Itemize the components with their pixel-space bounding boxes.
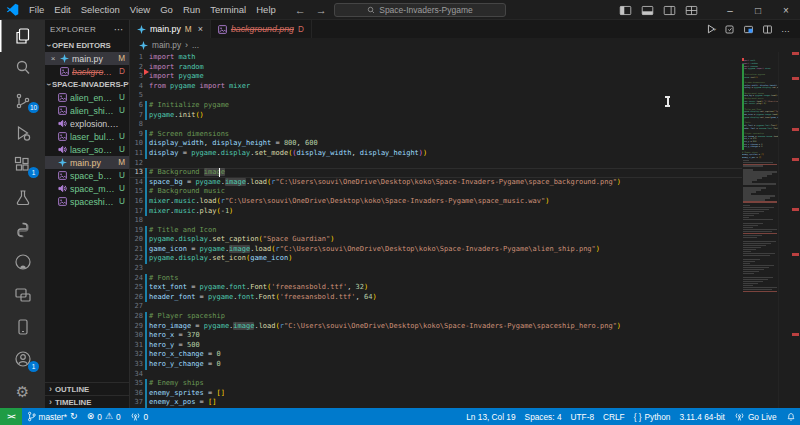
code-line-30[interactable]: 30hero_x = 370 (130, 331, 742, 341)
outline-section[interactable]: › OUTLINE (45, 382, 129, 395)
command-center-search[interactable]: Space-Invaders-Pygame (334, 3, 506, 17)
code-line-8[interactable]: 8 (130, 120, 742, 130)
git-branch-item[interactable]: master* ↻ (22, 408, 82, 425)
menu-terminal[interactable]: Terminal (205, 4, 251, 15)
code-line-26[interactable]: 26header_font = pygame.font.Font('freesa… (130, 293, 742, 303)
timeline-section[interactable]: › TIMELINE (45, 395, 129, 408)
code-line-29[interactable]: 29hero_image = pygame.image.load(r"C:\Us… (130, 322, 742, 332)
menu-file[interactable]: File (24, 4, 49, 15)
indentation-setting[interactable]: Spaces: 4 (520, 408, 566, 425)
code-line-3[interactable]: 3import pygame (130, 72, 742, 82)
breadcrumb-tail[interactable]: ... (192, 40, 199, 50)
menu-edit[interactable]: Edit (49, 4, 75, 15)
code-line-9[interactable]: 9# Screen dimensions (130, 130, 742, 140)
activity-python[interactable] (0, 214, 45, 246)
problems-item[interactable]: ⊗ 0 ⚠ 0 (82, 408, 125, 425)
encoding-setting[interactable]: UTF-8 (566, 408, 599, 425)
file-item-laser-bullet-png[interactable]: laser_bullet.pngU (45, 130, 129, 143)
code-editor[interactable]: 1import math2import random3import pygame… (130, 52, 800, 408)
code-line-11[interactable]: 11display = pygame.display.set_mode((dis… (130, 149, 742, 159)
code-lines[interactable]: 1import math2import random3import pygame… (130, 52, 742, 408)
code-line-32[interactable]: 32hero_x_change = 0 (130, 350, 742, 360)
cursor-position[interactable]: Ln 13, Col 19 (462, 408, 520, 425)
code-line-7[interactable]: 7pygame.init() (130, 111, 742, 121)
code-line-36[interactable]: 36enemy_sprites = [] (130, 389, 742, 399)
activity-live-preview[interactable] (0, 279, 45, 311)
open-editors-header[interactable]: › OPEN EDITORS (45, 39, 129, 52)
activity-explorer[interactable] (0, 20, 45, 52)
activity-run-debug[interactable] (0, 117, 45, 149)
menu-go[interactable]: Go (155, 4, 178, 15)
eol-setting[interactable]: CRLF (599, 408, 630, 425)
go-live-button[interactable]: Go Live (729, 408, 781, 425)
code-line-34[interactable]: 34 (130, 370, 742, 380)
code-line-6[interactable]: 6# Initialize pygame (130, 101, 742, 111)
file-item-main-py[interactable]: ×main.pyM (45, 52, 129, 65)
more-actions-icon[interactable]: … (781, 24, 790, 34)
interactive-window-icon[interactable] (743, 24, 754, 35)
split-editor-icon[interactable] (762, 24, 773, 35)
navigate-back-icon[interactable]: ← (295, 4, 306, 16)
file-item-background-png[interactable]: background.pngD (45, 65, 129, 78)
navigate-forward-icon[interactable]: → (316, 4, 327, 16)
file-item-space-background-png[interactable]: space_background.pngU (45, 169, 129, 182)
python-interpreter[interactable]: 3.11.4 64-bit (675, 408, 730, 425)
activity-source-control[interactable]: 10 (0, 85, 45, 117)
maximize-button[interactable]: □ (744, 0, 772, 20)
settings-button[interactable]: ⚙ (0, 376, 45, 408)
tab-background-png[interactable]: background.png D (211, 20, 312, 38)
code-line-33[interactable]: 33hero_y_change = 0 (130, 360, 742, 370)
code-line-16[interactable]: 16mixer.music.load(r"C:\Users\souvi\OneD… (130, 197, 742, 207)
close-icon[interactable]: × (49, 54, 57, 63)
activity-remote-device[interactable] (0, 311, 45, 343)
menu-help[interactable]: Help (251, 4, 281, 15)
code-line-28[interactable]: 28# Player spaceship (130, 312, 742, 322)
notifications-bell[interactable] (781, 408, 800, 425)
run-python-file-button[interactable]: › (705, 23, 716, 35)
toggle-secondary-sidebar-icon[interactable] (663, 4, 676, 17)
code-line-13[interactable]: 13# Background image (130, 168, 742, 178)
activity-testing[interactable] (0, 182, 45, 214)
code-line-37[interactable]: 37enemy_x_pos = [] (130, 398, 742, 408)
code-line-24[interactable]: 24# Fonts (130, 274, 742, 284)
file-item-laser-sound-wav[interactable]: laser_sound.wavU (45, 143, 129, 156)
code-line-4[interactable]: 4from pygame import mixer (130, 82, 742, 92)
code-line-15[interactable]: 15# Background music (130, 187, 742, 197)
code-line-31[interactable]: 31hero_y = 500 (130, 341, 742, 351)
file-item-space-music-wav[interactable]: space_music.wavU (45, 182, 129, 195)
remote-indicator[interactable]: >< (0, 408, 22, 425)
file-item-alien-enemy-png[interactable]: alien_enemy.pngU (45, 91, 129, 104)
code-line-21[interactable]: 21game_icon = pygame.image.load(r"C:\Use… (130, 245, 742, 255)
close-button[interactable]: × (772, 0, 800, 20)
code-line-12[interactable]: 12 (130, 159, 742, 169)
overview-ruler[interactable] (778, 52, 800, 408)
rerun-icon[interactable] (724, 24, 735, 35)
toggle-sidebar-icon[interactable] (619, 4, 632, 17)
file-item-explosion-wav[interactable]: explosion.wav (45, 117, 129, 130)
code-line-20[interactable]: 20pygame.display.set_caption("Space Guar… (130, 235, 742, 245)
code-line-1[interactable]: 1import math (130, 53, 742, 63)
customize-layout-icon[interactable] (685, 4, 698, 17)
language-mode[interactable]: { } Python (629, 408, 675, 425)
file-item-spaceship-hero-png[interactable]: spaceship_hero.pngU (45, 195, 129, 208)
file-item-main-py[interactable]: main.pyM (45, 156, 129, 169)
code-line-10[interactable]: 10display_width, display_height = 800, 6… (130, 139, 742, 149)
code-line-14[interactable]: 14space_bg = pygame.image.load(r"C:\User… (130, 178, 742, 188)
ports-item[interactable]: 0 (125, 408, 153, 425)
code-line-27[interactable]: 27 (130, 302, 742, 312)
breadcrumb-file[interactable]: main.py (152, 40, 181, 50)
sync-icon[interactable]: ↻ (70, 412, 78, 421)
code-line-17[interactable]: 17mixer.music.play(-1) (130, 207, 742, 217)
project-folder-header[interactable]: › SPACE-INVADERS-PYGAME (45, 78, 129, 91)
code-line-18[interactable]: 18 (130, 216, 742, 226)
menu-view[interactable]: View (125, 4, 155, 15)
activity-github[interactable] (0, 246, 45, 278)
accounts-button[interactable]: 1 (0, 343, 45, 375)
breadcrumb[interactable]: main.py › ... (130, 38, 800, 52)
code-line-2[interactable]: 2import random (130, 63, 742, 73)
activity-extensions[interactable]: 1 (0, 149, 45, 181)
activity-search[interactable] (0, 52, 45, 84)
close-icon[interactable]: × (198, 24, 203, 34)
code-line-5[interactable]: 5 (130, 91, 742, 101)
explorer-more-actions-icon[interactable]: ⋯ (114, 24, 124, 35)
